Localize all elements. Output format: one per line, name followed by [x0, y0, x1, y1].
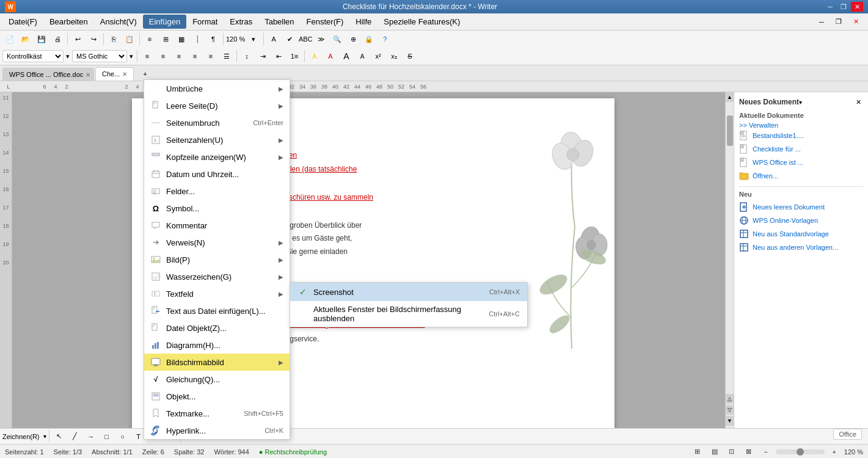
menu-diagramm[interactable]: Diagramm(H)... — [144, 336, 290, 354]
menu-datei-objekt[interactable]: Datei Objekt(Z)... — [144, 319, 290, 336]
panel-close-button[interactable]: ✕ — [853, 97, 863, 107]
recent-item-4[interactable]: Öffnen... — [739, 169, 863, 183]
new-item-1[interactable]: Neues leeres Dokument — [739, 200, 863, 214]
menu-format[interactable]: Format — [186, 15, 224, 29]
draw-btn-line[interactable]: ╱ — [68, 430, 82, 443]
indent-more-button[interactable]: ⇥ — [255, 49, 270, 63]
list-button[interactable]: ☰ — [219, 49, 234, 63]
redo-button[interactable]: ↪ — [86, 32, 101, 46]
subscript-button[interactable]: x₂ — [387, 49, 401, 63]
highlight-button[interactable]: A — [307, 49, 322, 63]
status-layout-btn-3[interactable]: ⊡ — [724, 445, 739, 459]
window-min-button[interactable]: ─ — [814, 15, 829, 29]
menu-tabellen[interactable]: Tabellen — [258, 15, 300, 29]
menu-textmarke[interactable]: Textmarke... Shift+Ctrl+F5 — [144, 405, 290, 422]
paste-button[interactable]: 📋 — [122, 32, 137, 46]
submenu-hide-window[interactable]: Aktuelles Fenster bei Bildschirmerfassun… — [290, 301, 527, 327]
vertical-scrollbar[interactable]: ▲ △ ▽ ▼ — [725, 92, 734, 428]
scroll-thumb[interactable] — [727, 115, 733, 146]
tb-btn-7[interactable]: ✔ — [282, 32, 297, 46]
indent-less-button[interactable]: ⇤ — [271, 49, 286, 63]
tb-btn-4[interactable]: ┊ — [190, 32, 205, 46]
save-button[interactable]: 💾 — [34, 32, 49, 46]
tb-btn-11[interactable]: ⊕ — [346, 32, 360, 46]
recent-item-3[interactable]: WPS Office ist ... — [739, 156, 863, 169]
menu-hyperlink[interactable]: Hyperlink... Ctrl+K — [144, 422, 290, 439]
doc-tab-2[interactable]: Che... ✕ — [95, 67, 134, 81]
menu-seitenumbruch[interactable]: Seitenumbruch Ctrl+Enter — [144, 114, 290, 131]
menu-bildschirmabbild[interactable]: Bildschirmabbild ▶ — [144, 354, 290, 371]
scroll-prev-page[interactable]: △ — [726, 394, 734, 404]
tb-btn-5[interactable]: ¶ — [206, 32, 221, 46]
menu-textfeld[interactable]: T Textfeld ▶ — [144, 285, 290, 302]
tab-close-2[interactable]: ✕ — [122, 71, 127, 78]
align-center-button[interactable]: ≡ — [156, 49, 170, 63]
menu-leere-seite[interactable]: Leere Seite(D) ▶ — [144, 97, 290, 114]
tb-btn-8[interactable]: ABC — [298, 32, 313, 46]
minimize-button[interactable]: ─ — [824, 2, 836, 12]
zoom-thumb[interactable] — [797, 448, 804, 456]
submenu-screenshot[interactable]: ✓ Screenshot Ctrl+Alt+X — [290, 283, 527, 301]
draw-dropdown-arrow[interactable]: ▾ — [43, 433, 46, 440]
numbered-list-button[interactable]: 1≡ — [287, 49, 302, 63]
close-button[interactable]: ✕ — [851, 2, 863, 12]
zoom-minus-button[interactable]: − — [759, 445, 773, 459]
menu-datei[interactable]: Datei(F) — [2, 15, 43, 29]
draw-btn-arrow[interactable]: → — [84, 430, 98, 443]
new-item-2[interactable]: WPS Online-Vorlagen — [739, 214, 863, 227]
superscript-button[interactable]: x² — [371, 49, 385, 63]
menu-kopfzeile[interactable]: Kopfzeile anzeigen(W) ▶ — [144, 148, 290, 165]
new-tab-button[interactable]: + — [137, 67, 152, 81]
window-close-button[interactable]: ✕ — [848, 15, 863, 29]
zoom-plus-button[interactable]: + — [827, 445, 842, 459]
menu-umbruche[interactable]: Umbrüche ▶ — [144, 80, 290, 97]
new-item-4[interactable]: Neu aus anderen Vorlagen... — [739, 241, 863, 254]
menu-extras[interactable]: Extras — [224, 15, 258, 29]
font-biggerA-button[interactable]: A — [339, 49, 354, 63]
menu-bearbeiten[interactable]: Bearbeiten — [43, 15, 94, 29]
menu-objekt[interactable]: Objekt... — [144, 388, 290, 405]
tab-close-1[interactable]: ✕ — [86, 71, 90, 78]
zoom-slider[interactable] — [776, 449, 825, 454]
menu-kommentar[interactable]: Kommentar — [144, 217, 290, 234]
tb-btn-6[interactable]: A — [266, 32, 281, 46]
copy-button[interactable]: ⎘ — [106, 32, 121, 46]
menu-felder[interactable]: {} Felder... — [144, 183, 290, 200]
draw-btn-cursor[interactable]: ↖ — [52, 430, 67, 443]
strikethrough-button[interactable]: S — [403, 49, 417, 63]
line-spacing-button[interactable]: ↕ — [239, 49, 254, 63]
align-right-button[interactable]: ≡ — [172, 49, 186, 63]
tb-btn-2[interactable]: ⊞ — [158, 32, 173, 46]
menu-ansicht[interactable]: Ansicht(V) — [94, 15, 143, 29]
scroll-down-button[interactable]: ▼ — [726, 416, 734, 426]
print-button[interactable]: 🖨 — [50, 32, 65, 46]
draw-btn-oval[interactable]: ○ — [115, 430, 130, 443]
window-restore-button[interactable]: ❐ — [831, 15, 846, 29]
align-dist-button[interactable]: ≡ — [203, 49, 218, 63]
font-name-select[interactable]: Kontrollkäst — [2, 50, 64, 62]
open-button[interactable]: 📂 — [18, 32, 33, 46]
scroll-up-button[interactable]: ▲ — [726, 92, 734, 102]
menu-seitenzahlen[interactable]: 1 Seitenzahlen(U) ▶ — [144, 131, 290, 148]
document-area[interactable]: teilung absprechen gewünschten Hochzeit … — [12, 92, 734, 428]
status-layout-btn-1[interactable]: ⊞ — [690, 445, 705, 459]
recent-item-1[interactable]: Bestandsliste1.... — [739, 129, 863, 142]
menu-verweis[interactable]: Verweis(N) ▶ — [144, 234, 290, 251]
manage-link[interactable]: >> Verwalten — [739, 122, 778, 129]
tb-btn-1[interactable]: ≡ — [142, 32, 157, 46]
menu-bild[interactable]: Bild(P) ▶ — [144, 251, 290, 268]
new-doc-button[interactable]: 📄 — [2, 32, 17, 46]
font-color-button[interactable]: A — [323, 49, 338, 63]
undo-button[interactable]: ↩ — [70, 32, 85, 46]
menu-fenster[interactable]: Fenster(F) — [301, 15, 350, 29]
tb-btn-12[interactable]: 🔒 — [362, 32, 376, 46]
doc-tab-1[interactable]: WPS Office ... Office.doc ✕ — [2, 68, 94, 81]
status-layout-btn-2[interactable]: ▤ — [707, 445, 722, 459]
menu-hilfe[interactable]: Hilfe — [349, 15, 377, 29]
tb-btn-9[interactable]: ≫ — [314, 32, 329, 46]
zoom-dropdown[interactable]: ▾ — [246, 32, 261, 46]
menu-wasserzeichen[interactable]: WZ Wasserzeichen(G) ▶ — [144, 268, 290, 285]
scroll-next-page[interactable]: ▽ — [726, 405, 734, 415]
draw-btn-rect[interactable]: □ — [100, 430, 114, 443]
menu-einfuegen[interactable]: Einfügen — [143, 15, 186, 29]
